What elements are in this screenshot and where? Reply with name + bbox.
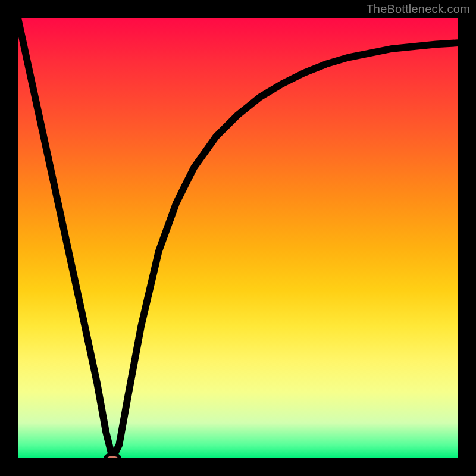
chart-svg — [18, 18, 458, 458]
bottleneck-curve — [18, 18, 458, 458]
plot-area — [18, 18, 458, 458]
chart-frame: TheBottleneck.com — [0, 0, 476, 476]
watermark-text: TheBottleneck.com — [366, 2, 470, 16]
optimal-marker — [105, 454, 120, 458]
